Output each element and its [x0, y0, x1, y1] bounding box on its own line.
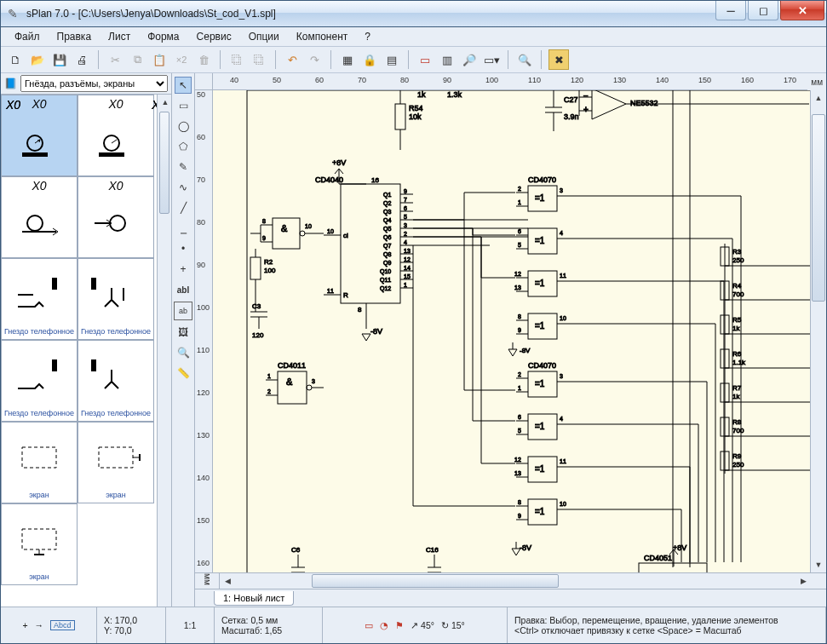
label-tool[interactable]: ab [174, 302, 192, 320]
scroll-up-icon[interactable]: ▲ [158, 95, 171, 110]
svg-text:CD4070: CD4070 [528, 361, 556, 370]
svg-text:14: 14 [404, 265, 411, 271]
scroll-up-icon[interactable]: ▲ [811, 90, 826, 106]
component-cell[interactable]: X0 [1, 176, 78, 258]
zoom-tool[interactable]: 🔍 [175, 344, 192, 361]
round-tool-icon[interactable]: ◔ [380, 620, 388, 630]
sep-icon [330, 50, 331, 69]
menu-edit[interactable]: Правка [50, 29, 99, 44]
component-cell[interactable]: экран [1, 503, 78, 585]
library-select[interactable]: Гнёзда, разъёмы, экраны [20, 75, 168, 92]
list-icon[interactable]: ▥ [438, 50, 457, 69]
schematic-canvas[interactable]: R54 10k 1k 1.3k C27 3.9n −+ [213, 90, 810, 572]
svg-text:2: 2 [518, 186, 521, 192]
circle-tool[interactable]: ◯ [175, 118, 192, 135]
measure-tool[interactable]: 📏 [175, 365, 192, 382]
grid-icon[interactable]: ▦ [338, 50, 357, 69]
extra-icon[interactable]: ✖ [548, 49, 569, 70]
vertical-ruler[interactable]: 50 60 70 80 90 100 110 120 130 140 150 1… [195, 90, 213, 572]
phone-jack-symbol [3, 342, 75, 409]
redo-icon[interactable]: ↷ [305, 50, 324, 69]
svg-text:R5: R5 [732, 316, 742, 324]
menu-options[interactable]: Опции [242, 29, 286, 44]
component-cell[interactable]: X0 Гнездо телефонное [1, 258, 78, 340]
svg-text:1: 1 [267, 373, 271, 379]
plus-tool[interactable]: + [175, 261, 192, 278]
seg-text[interactable]: Abcd [50, 620, 75, 630]
bezier-tool[interactable]: ∿ [175, 179, 192, 196]
image-tool[interactable]: 🖼 [175, 324, 192, 341]
print-icon[interactable]: 🖨 [72, 50, 91, 69]
paste-icon[interactable]: 📋 [150, 50, 169, 69]
book-icon: 📘 [4, 78, 17, 89]
sheet-tab[interactable]: 1: Новый лист [214, 591, 294, 606]
shield-symbol [3, 424, 75, 491]
seg-plus[interactable]: + [22, 620, 27, 630]
page-icon[interactable]: ▭▾ [482, 50, 501, 69]
angle45-button[interactable]: ↗ 45° [411, 620, 434, 630]
maximize-button[interactable]: ◻ [748, 1, 778, 20]
new-icon[interactable]: 🗋 [6, 50, 25, 69]
library-scrollbar[interactable]: ▲ [157, 95, 171, 607]
vertical-scrollbar[interactable]: ▲ ▼ [810, 90, 826, 572]
svg-text:Q11: Q11 [380, 277, 391, 284]
find-icon[interactable]: 🔎 [460, 50, 479, 69]
component-cell[interactable]: X0 [78, 176, 154, 258]
dup2-icon[interactable]: ⿻ [250, 50, 268, 69]
shape-tool-icon[interactable]: ▭ [365, 620, 373, 630]
jack-symbol [80, 193, 152, 254]
svg-rect-10 [52, 359, 57, 371]
menu-form[interactable]: Форма [141, 29, 186, 44]
cursor-tool[interactable]: ↖ [175, 77, 192, 94]
scroll-right-icon[interactable]: ▶ [795, 573, 811, 589]
scroll-thumb[interactable] [159, 112, 169, 214]
lock-icon[interactable]: 🔒 [360, 50, 379, 69]
menu-file[interactable]: Файл [8, 29, 47, 44]
svg-text:4: 4 [560, 416, 563, 422]
dot-tool[interactable]: • [175, 240, 192, 257]
minimize-button[interactable]: ─ [715, 1, 746, 20]
select-icon[interactable]: ▭ [416, 50, 434, 69]
svg-text:=1: =1 [535, 193, 545, 203]
dup1-icon[interactable]: ⿻ [227, 50, 246, 69]
svg-text:Q8: Q8 [383, 251, 391, 258]
component-cell[interactable]: X0 Гнездо телефонное [78, 340, 154, 422]
svg-text:250: 250 [732, 256, 744, 264]
layer-icon[interactable]: ▤ [382, 50, 401, 69]
app-icon: ✎ [8, 7, 21, 20]
copy-icon[interactable]: ⧉ [128, 50, 146, 69]
component-cell[interactable]: экран [78, 422, 154, 503]
menu-component[interactable]: Компонент [290, 29, 355, 44]
zoom-icon[interactable]: 🔍 [515, 50, 534, 69]
scroll-left-icon[interactable]: ◀ [220, 573, 235, 589]
flag-tool-icon[interactable]: ⚑ [395, 620, 404, 630]
text-tool[interactable]: abI [175, 281, 192, 298]
poly-tool[interactable]: ⬠ [175, 138, 192, 155]
menu-service[interactable]: Сервис [190, 29, 238, 44]
component-cell[interactable]: X0 [78, 95, 154, 176]
save-icon[interactable]: 💾 [50, 50, 69, 69]
angle15-button[interactable]: ↻ 15° [441, 620, 465, 630]
open-icon[interactable]: 📂 [28, 50, 47, 69]
component-cell[interactable]: экран [1, 422, 78, 503]
hscroll-thumb[interactable] [312, 574, 559, 588]
menu-list[interactable]: Лист [101, 29, 137, 44]
wire-tool[interactable]: ⎯ [175, 220, 192, 237]
component-cell[interactable]: X0 Гнездо телефонное [1, 340, 78, 422]
seg-arrow[interactable]: → [35, 620, 44, 630]
horizontal-ruler[interactable]: 40 50 60 70 80 90 100 110 120 130 140 15… [213, 73, 807, 90]
line-tool[interactable]: ╱ [175, 199, 192, 216]
svg-text:8: 8 [518, 313, 521, 319]
x2-button[interactable]: ×2 [172, 50, 191, 69]
hscroll-track[interactable] [235, 573, 795, 589]
freehand-tool[interactable]: ✎ [175, 158, 192, 175]
cut-icon[interactable]: ✂ [106, 50, 124, 69]
menu-help[interactable]: ? [358, 29, 377, 44]
vscroll-thumb[interactable] [812, 114, 825, 302]
rect-tool[interactable]: ▭ [175, 97, 192, 114]
undo-icon[interactable]: ↶ [283, 50, 302, 69]
close-button[interactable]: ✕ [780, 1, 824, 20]
component-cell[interactable]: X0 Гнездо телефонное [78, 258, 154, 340]
delete-icon[interactable]: 🗑 [194, 50, 213, 69]
scroll-down-icon[interactable]: ▼ [811, 557, 826, 572]
